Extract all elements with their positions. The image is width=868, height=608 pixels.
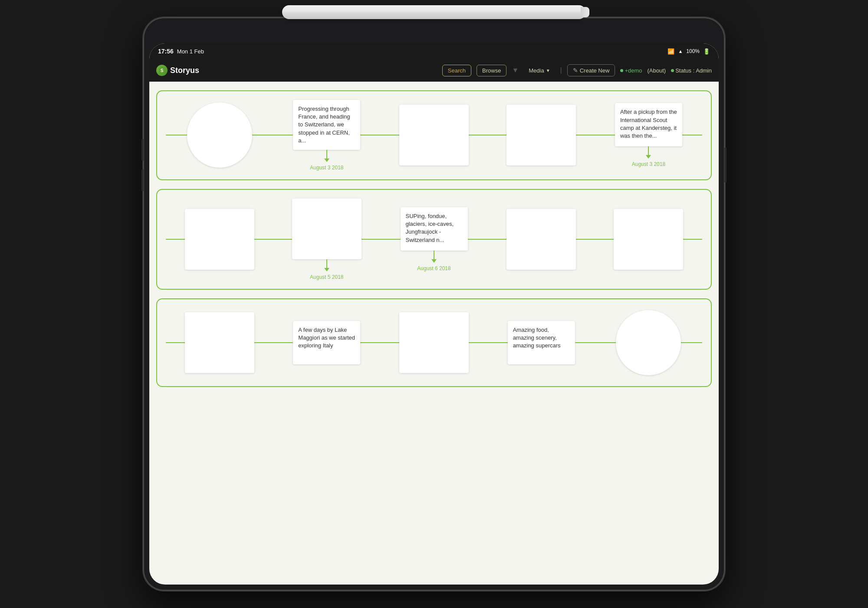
create-new-label: Create New [580,67,610,74]
nav-separator-1: ▼ [512,66,519,74]
status-date: Mon 1 Feb [177,48,204,55]
photo-mountains [185,209,254,270]
timeline-item-fondue[interactable] [488,209,595,270]
scout-line [648,146,649,155]
scout-connector: After a pickup from the International Sc… [615,103,682,167]
about-button[interactable]: (About) [648,67,666,74]
timeline-item-food-text[interactable]: Amazing food, amazing scenery, amazing s… [488,321,595,364]
timeline-item-mountain-snow[interactable] [166,312,273,373]
fondue-img [506,209,576,270]
volume-down-button[interactable] [141,169,144,191]
timeline-track-3: A few days by Lake Maggiori as we starte… [166,308,702,377]
timeline-items-1: Progressing through France, and heading … [166,100,702,171]
scout-arrow [646,155,651,159]
cern-img [399,105,469,165]
ipad-frame: 17:56 Mon 1 Feb 📶 ▲ 100% 🔋 S [143,17,725,591]
photo-lake [292,198,362,259]
suping-connector: SUPing, fondue, glaciers, ice-caves, Jun… [401,207,468,271]
timeline-item-ice-cave[interactable] [595,209,702,270]
about-label: About [649,67,664,74]
screen: 17:56 Mon 1 Feb 📶 ▲ 100% 🔋 S [149,43,719,585]
battery-label: 100% [686,48,700,54]
timeline-item-suping[interactable]: SUPing, fondue, glaciers, ice-caves, Jun… [380,207,487,271]
media-dropdown[interactable]: Media ▼ [524,65,555,76]
timeline-row-3: A few days by Lake Maggiori as we starte… [156,298,712,387]
timeline-item-maggiori-text[interactable]: A few days by Lake Maggiori as we starte… [273,321,380,364]
suping-text-card: SUPing, fondue, glaciers, ice-caves, Jun… [401,207,468,251]
admin-status-label: Status : Admin [675,67,712,74]
status-time: 17:56 [158,48,174,55]
plus-icon: ✎ [573,67,578,74]
photo-food [616,310,681,375]
timeline-item-girl[interactable] [166,102,273,168]
search-button[interactable]: Search [442,65,471,76]
lake-line [326,259,327,268]
maggiori-text: A few days by Lake Maggiori as we starte… [298,326,355,350]
timeline-track-1: Progressing through France, and heading … [166,100,702,171]
scout-text: After a pickup from the International Sc… [620,108,677,140]
timeline-row-1: Progressing through France, and heading … [156,90,712,180]
suping-arrow [431,259,437,263]
timeline-row-2: August 5 2018 SUPing, fondue, glaciers, … [156,189,712,290]
wifi-icon: 📶 [667,48,674,55]
mountains-img [185,209,254,270]
power-button[interactable] [724,148,727,182]
scout-date: August 3 2018 [632,161,665,167]
timeline-item-cern-photo[interactable] [380,105,487,165]
timeline-item-lake2[interactable] [380,312,487,373]
media-chevron-icon: ▼ [546,68,550,73]
signal-icon: ▲ [678,49,683,54]
admin-dot-icon [671,69,674,72]
apple-pencil [282,5,586,19]
demo-dot-icon [620,69,623,72]
create-new-button[interactable]: ✎ Create New [567,64,615,76]
cern-arrow [324,159,329,162]
timeline-item-mountains[interactable] [166,209,273,270]
demo-button[interactable]: +demo [620,67,642,74]
timeline-item-scout-text[interactable]: After a pickup from the International Sc… [595,103,702,167]
photo-ice-cave [614,209,683,270]
status-admin: Status : Admin [671,67,712,74]
timeline-item-cern-text[interactable]: Progressing through France, and heading … [273,100,380,171]
lake-arrow [324,268,329,271]
volume-up-button[interactable] [141,139,144,161]
lake2-img [399,312,469,373]
photo-silhouette [506,105,576,165]
timeline-content: Progressing through France, and heading … [149,82,719,585]
suping-line [434,251,434,259]
maggiori-text-card: A few days by Lake Maggiori as we starte… [293,321,360,364]
demo-label: +demo [625,67,642,74]
photo-mountain-snow [185,312,254,373]
media-label: Media [529,67,544,74]
food-img [616,310,681,375]
app-bar: S Storyus Search Browse ▼ Media ▼ | ✎ Cr… [149,59,719,82]
browse-button[interactable]: Browse [477,65,506,76]
timeline-item-lake[interactable]: August 5 2018 [273,198,380,280]
lake-connector: August 5 2018 [292,198,362,280]
logo[interactable]: S Storyus [156,65,199,76]
cern-text-card: Progressing through France, and heading … [293,100,360,150]
cern-connector: Progressing through France, and heading … [293,100,360,171]
scout-text-card: After a pickup from the International Sc… [615,103,682,146]
timeline-track-2: August 5 2018 SUPing, fondue, glaciers, … [166,198,702,280]
svg-text:S: S [161,68,164,73]
cern-line [326,150,327,159]
cern-text: Progressing through France, and heading … [298,105,355,145]
lake-date: August 5 2018 [310,274,343,280]
timeline-items-2: August 5 2018 SUPing, fondue, glaciers, … [166,198,702,280]
photo-girl [187,102,252,168]
timeline-items-3: A few days by Lake Maggiori as we starte… [166,310,702,375]
timeline-item-silhouette[interactable] [488,105,595,165]
photo-cern [399,105,469,165]
suping-date: August 6 2018 [417,265,450,271]
food-text-card: Amazing food, amazing scenery, amazing s… [508,321,575,364]
photo-fondue [506,209,576,270]
food-text: Amazing food, amazing scenery, amazing s… [513,326,570,350]
timeline-item-food-photo[interactable] [595,310,702,375]
nav-separator-2: | [560,66,562,74]
suping-text: SUPing, fondue, glaciers, ice-caves, Jun… [406,212,463,244]
mountain-snow-img [185,312,254,373]
status-right: 📶 ▲ 100% 🔋 [667,48,710,55]
girl-img [187,102,252,168]
photo-lake2 [399,312,469,373]
